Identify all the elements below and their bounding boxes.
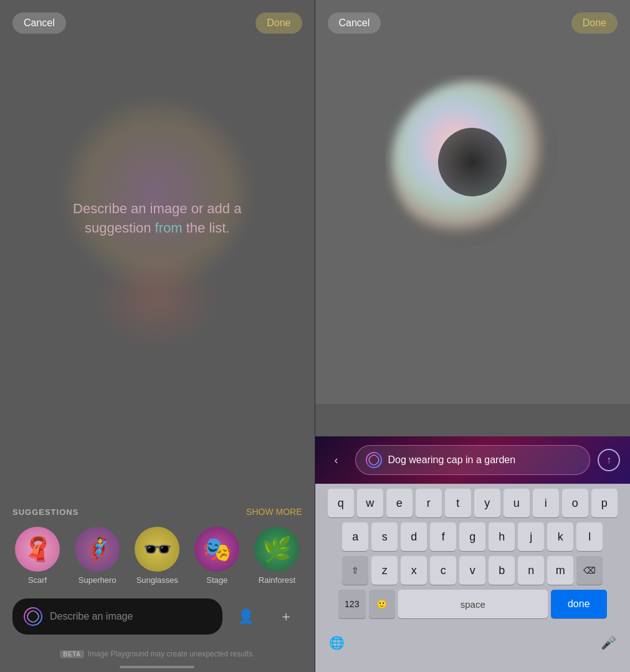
keyboard-bottom-row: 🌐 🎤 <box>318 623 628 670</box>
key-a[interactable]: a <box>342 522 368 551</box>
key-v[interactable]: v <box>459 556 485 585</box>
prompt-text: Describe an image or add a suggestion fr… <box>25 199 290 238</box>
keyboard-rows: q w e r t y u i o p a s d f g h j k <box>315 484 631 672</box>
center-prompt: Describe an image or add a suggestion fr… <box>0 199 315 238</box>
suggestion-icon-sunglasses: 🕶️ <box>135 527 179 572</box>
suggestion-rainforest[interactable]: 🌿 Rainforest <box>252 527 302 585</box>
suggestion-icon-superhero: 🦸 <box>75 527 120 572</box>
suggestion-label-rainforest: Rainforest <box>259 575 295 585</box>
plus-icon: ＋ <box>279 607 293 626</box>
left-panel: Cancel Done Describe an image or add a s… <box>0 0 315 672</box>
key-globe[interactable]: 🌐 <box>324 628 350 657</box>
prompt-line1: Describe an image or add a <box>73 201 241 216</box>
input-playground-icon <box>366 452 382 468</box>
key-i[interactable]: i <box>533 489 559 517</box>
left-home-indicator <box>120 666 194 668</box>
right-done-button[interactable]: Done <box>571 12 618 34</box>
key-u[interactable]: u <box>504 489 530 517</box>
left-top-bar: Cancel Done <box>0 12 315 34</box>
key-k[interactable]: k <box>547 522 573 551</box>
suggestion-stage[interactable]: 🎭 Stage <box>192 527 242 585</box>
svg-point-2 <box>438 128 507 196</box>
right-panel: Cancel Done ‹ <box>315 0 631 672</box>
left-bottom-bar: Describe an image 👤 ＋ <box>0 598 315 635</box>
key-s[interactable]: s <box>371 522 398 551</box>
person-icon-button[interactable]: 👤 <box>230 600 262 633</box>
prompt-from: from <box>155 220 183 236</box>
prompt-line3: the list. <box>183 220 230 236</box>
back-chevron-icon: ‹ <box>335 454 338 467</box>
key-z[interactable]: z <box>371 556 398 585</box>
suggestions-header: SUGGESTIONS SHOW MORE <box>12 507 302 517</box>
keyboard-area: ‹ <box>315 436 631 672</box>
beta-badge: BETA <box>60 650 84 658</box>
add-button[interactable]: ＋ <box>270 600 302 633</box>
beta-text: Image Playground may create unexpected r… <box>88 650 254 658</box>
key-delete[interactable]: ⌫ <box>576 556 603 585</box>
key-d[interactable]: d <box>401 522 427 551</box>
send-button[interactable]: ↑ <box>598 449 620 471</box>
key-h[interactable]: h <box>489 522 515 551</box>
describe-input-area[interactable]: Describe an image <box>12 598 222 635</box>
key-mic[interactable]: 🎤 <box>595 628 621 657</box>
key-x[interactable]: x <box>401 556 427 585</box>
suggestion-icon-rainforest: 🌿 <box>254 527 299 572</box>
key-space[interactable]: space <box>398 590 548 618</box>
keyboard-row-3: ⇧ z x c v b n m ⌫ <box>318 556 628 585</box>
suggestion-label-superhero: Superhero <box>79 575 117 585</box>
suggestions-row: 🧣 Scarf 🦸 Superhero 🕶️ Sunglasses 🎭 Stag… <box>12 527 302 585</box>
right-cancel-button[interactable]: Cancel <box>328 12 381 34</box>
show-more-button[interactable]: SHOW MORE <box>246 507 302 517</box>
key-g[interactable]: g <box>459 522 485 551</box>
key-w[interactable]: w <box>357 489 383 517</box>
keyboard-row-4: 123 🙂 space done <box>318 590 628 618</box>
key-e[interactable]: e <box>386 489 413 517</box>
key-c[interactable]: c <box>430 556 456 585</box>
key-123[interactable]: 123 <box>338 590 366 618</box>
input-bar: ‹ <box>315 436 631 484</box>
left-bg-glow <box>57 94 257 293</box>
suggestion-label-scarf: Scarf <box>28 575 47 585</box>
describe-placeholder: Describe an image <box>50 611 133 622</box>
beta-notice: BETA Image Playground may create unexpec… <box>0 650 315 658</box>
suggestion-label-stage: Stage <box>206 575 227 585</box>
person-icon: 👤 <box>237 608 254 625</box>
key-l[interactable]: l <box>576 522 603 551</box>
key-r[interactable]: r <box>416 489 442 517</box>
key-done[interactable]: done <box>551 590 607 618</box>
key-q[interactable]: q <box>328 489 354 517</box>
key-b[interactable]: b <box>489 556 515 585</box>
suggestion-superhero[interactable]: 🦸 Superhero <box>72 527 122 585</box>
send-up-icon: ↑ <box>606 454 611 466</box>
suggestion-scarf[interactable]: 🧣 Scarf <box>12 527 62 585</box>
input-text: Dog wearing cap in a garden <box>388 454 580 466</box>
key-j[interactable]: j <box>518 522 544 551</box>
key-emoji[interactable]: 🙂 <box>369 590 395 618</box>
left-done-button[interactable]: Done <box>255 12 302 34</box>
keyboard-row-1: q w e r t y u i o p <box>318 489 628 517</box>
suggestion-label-sunglasses: Sunglasses <box>136 575 178 585</box>
suggestion-icon-scarf: 🧣 <box>15 527 60 572</box>
left-cancel-button[interactable]: Cancel <box>12 12 66 34</box>
svg-point-0 <box>24 608 42 625</box>
input-pill[interactable]: Dog wearing cap in a garden <box>355 445 591 475</box>
key-p[interactable]: p <box>591 489 618 517</box>
key-m[interactable]: m <box>547 556 573 585</box>
suggestion-sunglasses[interactable]: 🕶️ Sunglasses <box>132 527 182 585</box>
suggestions-section: SUGGESTIONS SHOW MORE 🧣 Scarf 🦸 Superher… <box>0 507 315 585</box>
keyboard-row-2: a s d f g h j k l <box>318 522 628 551</box>
rainbow-orb <box>385 75 560 249</box>
key-f[interactable]: f <box>430 522 456 551</box>
prompt-suggestion: suggestion <box>85 220 155 236</box>
right-top-bar: Cancel Done <box>315 12 631 34</box>
suggestions-label: SUGGESTIONS <box>12 507 79 517</box>
key-y[interactable]: y <box>474 489 500 517</box>
suggestion-icon-stage: 🎭 <box>194 527 239 572</box>
back-button[interactable]: ‹ <box>325 449 348 471</box>
left-bg-glow2 <box>95 249 219 349</box>
key-o[interactable]: o <box>562 489 588 517</box>
key-t[interactable]: t <box>445 489 471 517</box>
key-shift[interactable]: ⇧ <box>342 556 368 585</box>
image-playground-icon <box>24 607 42 626</box>
key-n[interactable]: n <box>518 556 544 585</box>
